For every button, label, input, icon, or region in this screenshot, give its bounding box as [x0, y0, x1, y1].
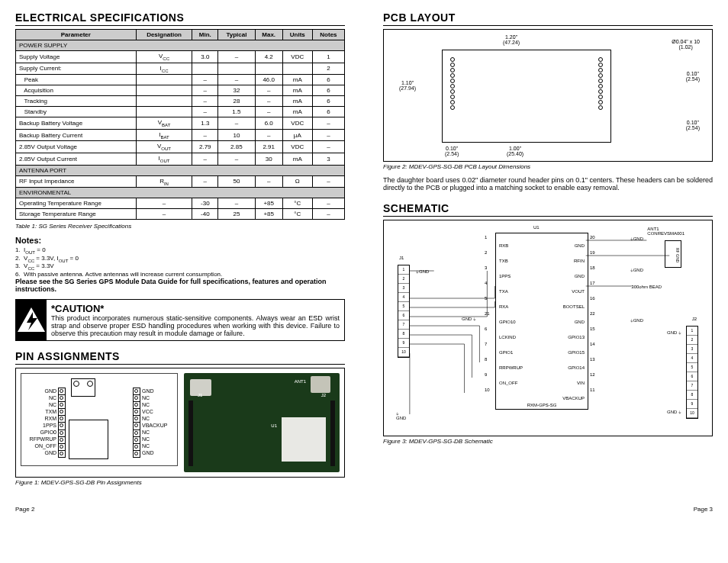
pcb-layout-figure: 1.20"(47.24) 1.10"(27.94) Ø0.04" x 10(1.…	[383, 29, 713, 162]
notes-list: 1. IOUT = 02. VCC = 3.3V, IOUT = 03. VCC…	[15, 246, 345, 278]
heading-pins: PIN ASSIGNMENTS	[15, 350, 345, 365]
page-right: Page 3	[694, 506, 713, 513]
fig2-caption: Figure 2: MDEV-GPS-SG-DB PCB Layout Dime…	[383, 163, 713, 170]
table1-caption: Table 1: SG Series Receiver Specificatio…	[15, 223, 345, 230]
pin-assignments-figure: GNDNCNCTXMRXM1PPSGPIO0RFPWRUPON_OFFGND G…	[15, 368, 345, 478]
fig3-caption: Figure 3: MDEV-GPS-SG-DB Schematic	[383, 438, 713, 445]
fig1-caption: Figure 1: MDEV-GPS-SG-DB Pin Assignments	[15, 479, 345, 486]
caution-title: *CAUTION*	[51, 303, 340, 314]
see-guide-note: Please see the SG Series GPS Module Data…	[15, 278, 345, 293]
pcb-body-text: The daughter board uses 0.02" diameter r…	[383, 176, 713, 191]
spec-table: ParameterDesignationMin.TypicalMax.Units…	[15, 29, 345, 220]
heading-electrical: ELECTRICAL SPECIFICATIONS	[15, 11, 345, 26]
heading-pcb: PCB LAYOUT	[383, 11, 713, 26]
page-left: Page 2	[15, 506, 34, 513]
heading-schematic: SCHEMATIC	[383, 202, 713, 217]
caution-body: This product incorporates numerous stati…	[51, 314, 340, 337]
esd-warning-icon	[16, 300, 47, 340]
pin-diagram: GNDNCNCTXMRXM1PPSGPIO0RFPWRUPON_OFFGND G…	[21, 373, 178, 466]
pcb-photo: J1 ANT1 J2 U1	[184, 373, 340, 472]
caution-box: *CAUTION* This product incorporates nume…	[15, 299, 345, 341]
notes-heading: Notes:	[15, 236, 345, 245]
schematic-figure: U1 RXBTXB1PPSTXARXAGPIO10LCKINDGPIO1RRPW…	[383, 220, 713, 436]
